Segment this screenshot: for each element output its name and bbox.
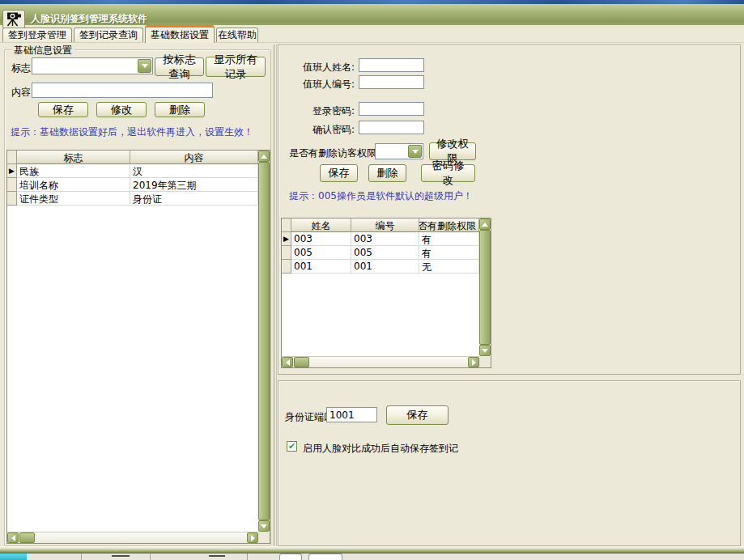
button-label: 显示所有记录 bbox=[211, 53, 260, 82]
table-row[interactable]: ▶ 003 003 有 bbox=[282, 232, 479, 246]
column-header-name[interactable]: 姓名 bbox=[291, 218, 351, 232]
content-input[interactable] bbox=[32, 83, 213, 98]
cell-content[interactable]: 汉 bbox=[130, 164, 258, 178]
taskbar-start-button[interactable] bbox=[0, 554, 27, 560]
scroll-up-button[interactable] bbox=[258, 151, 270, 162]
cell-code[interactable]: 003 bbox=[351, 232, 419, 246]
change-password-button[interactable]: 密码修改 bbox=[421, 164, 475, 182]
base-modify-button[interactable]: 修改 bbox=[96, 102, 147, 117]
port-save-button[interactable]: 保存 bbox=[386, 405, 449, 425]
horizontal-scrollbar-thumb[interactable] bbox=[294, 357, 309, 367]
tab-signin-login-management[interactable]: 签到登录管理 bbox=[2, 28, 72, 42]
tab-signin-record-query[interactable]: 签到记录查询 bbox=[74, 28, 143, 42]
header-corner-cell bbox=[282, 218, 291, 232]
arrow-right-icon bbox=[251, 535, 255, 541]
cell-tag[interactable]: 证件类型 bbox=[17, 192, 130, 206]
tag-label: 标志 bbox=[11, 62, 31, 75]
tag-combobox-dropdown-button[interactable] bbox=[138, 59, 151, 73]
login-password-input[interactable] bbox=[359, 102, 424, 116]
scroll-left-button[interactable] bbox=[282, 357, 293, 367]
cell-content[interactable]: 2019年第三期 bbox=[130, 178, 258, 192]
cell-permission[interactable]: 有 bbox=[419, 232, 479, 246]
auto-save-checkbox-label[interactable]: 启用人脸对比成功后自动保存签到记 bbox=[303, 442, 458, 456]
button-label: 密码修改 bbox=[427, 159, 470, 188]
delete-permission-combobox[interactable] bbox=[375, 143, 423, 159]
scroll-left-button[interactable] bbox=[7, 532, 19, 543]
base-info-table: 标志 内容 ▶ 民族 汉 培训名称 2019年第三期 证件类型 身份证 bbox=[6, 150, 270, 544]
taskbar-button-text-fragment[interactable] bbox=[209, 555, 225, 557]
column-header-tag[interactable]: 标志 bbox=[17, 151, 130, 164]
operator-name-input[interactable] bbox=[359, 58, 424, 72]
table-row[interactable]: 001 001 无 bbox=[282, 260, 479, 274]
arrow-left-icon bbox=[286, 359, 290, 366]
vertical-scrollbar-thumb[interactable] bbox=[479, 230, 491, 345]
panel-splitter bbox=[276, 45, 277, 546]
taskbar-window-button[interactable] bbox=[279, 554, 302, 560]
cell-permission[interactable]: 有 bbox=[419, 246, 479, 260]
base-save-button[interactable]: 保存 bbox=[38, 102, 88, 117]
column-header-code[interactable]: 编号 bbox=[351, 218, 419, 232]
base-delete-button[interactable]: 删除 bbox=[155, 102, 205, 117]
cell-name[interactable]: 001 bbox=[291, 260, 351, 274]
chevron-down-icon bbox=[142, 64, 148, 68]
operator-code-input[interactable] bbox=[359, 75, 424, 89]
scroll-down-button[interactable] bbox=[479, 345, 491, 356]
cell-permission[interactable]: 无 bbox=[419, 260, 479, 274]
row-selector[interactable] bbox=[7, 178, 17, 192]
id-card-port-input[interactable] bbox=[326, 407, 377, 422]
horizontal-scrollbar[interactable] bbox=[282, 356, 479, 367]
taskbar-button-text-fragment[interactable] bbox=[112, 555, 130, 557]
query-by-tag-button[interactable]: 按标志查询 bbox=[155, 57, 204, 76]
tab-basic-data-settings[interactable]: 基础数据设置 bbox=[145, 25, 215, 43]
camera-tripod-icon bbox=[5, 11, 23, 27]
delete-permission-dropdown-button[interactable] bbox=[408, 145, 422, 158]
scroll-right-button[interactable] bbox=[468, 357, 479, 367]
row-selector[interactable] bbox=[7, 192, 17, 206]
horizontal-scrollbar[interactable] bbox=[7, 532, 258, 543]
row-selector[interactable] bbox=[282, 246, 291, 260]
table-row[interactable]: 培训名称 2019年第三期 bbox=[7, 178, 258, 192]
operator-delete-button[interactable]: 删除 bbox=[368, 164, 406, 182]
tag-combobox[interactable] bbox=[32, 57, 153, 74]
cell-tag[interactable]: 民族 bbox=[17, 164, 130, 178]
row-selector[interactable]: ▶ bbox=[282, 232, 291, 246]
row-selector[interactable] bbox=[282, 260, 291, 274]
tab-online-help[interactable]: 在线帮助 bbox=[216, 28, 258, 42]
arrow-up-icon bbox=[261, 155, 267, 159]
row-selector[interactable]: ▶ bbox=[7, 164, 17, 178]
confirm-password-label: 确认密码: bbox=[280, 123, 355, 137]
cell-code[interactable]: 005 bbox=[351, 246, 419, 260]
auto-save-checkbox[interactable]: ✔ bbox=[287, 441, 297, 452]
title-bar[interactable]: 人脸识别签到管理系统软件 bbox=[0, 4, 744, 25]
scroll-up-button[interactable] bbox=[479, 218, 491, 230]
base-info-hint: 提示：基础数据设置好后，退出软件再进入，设置生效！ bbox=[11, 125, 253, 139]
button-label: 按标志查询 bbox=[160, 53, 198, 82]
confirm-password-input[interactable] bbox=[359, 121, 424, 134]
cell-name[interactable]: 005 bbox=[291, 246, 351, 260]
tag-combobox-input[interactable] bbox=[33, 59, 141, 73]
table-row[interactable]: 证件类型 身份证 bbox=[7, 192, 258, 206]
cell-name[interactable]: 003 bbox=[291, 232, 351, 246]
column-header-permission[interactable]: 是否有删除权限 bbox=[419, 218, 479, 232]
delete-permission-combobox-input[interactable] bbox=[376, 145, 411, 158]
vertical-scrollbar[interactable] bbox=[258, 151, 270, 532]
arrow-down-icon bbox=[261, 524, 267, 528]
cell-tag[interactable]: 培训名称 bbox=[17, 178, 130, 192]
taskbar-strip bbox=[0, 554, 744, 560]
operator-save-button[interactable]: 保存 bbox=[320, 164, 358, 182]
scroll-right-button[interactable] bbox=[247, 532, 258, 543]
table-content: 标志 内容 ▶ 民族 汉 培训名称 2019年第三期 证件类型 身份证 bbox=[7, 151, 258, 532]
column-header-content[interactable]: 内容 bbox=[130, 151, 258, 164]
table-row[interactable]: 005 005 有 bbox=[282, 246, 479, 260]
table-row[interactable]: ▶ 民族 汉 bbox=[7, 164, 258, 178]
modify-permission-button[interactable]: 修改权限 bbox=[429, 142, 476, 160]
scroll-down-button[interactable] bbox=[258, 520, 270, 532]
content-label: 内容 bbox=[11, 86, 31, 100]
cell-code[interactable]: 001 bbox=[351, 260, 419, 274]
vertical-scrollbar[interactable] bbox=[479, 218, 491, 356]
horizontal-scrollbar-thumb[interactable] bbox=[19, 532, 35, 543]
cell-content[interactable]: 身份证 bbox=[130, 192, 258, 206]
show-all-records-button[interactable]: 显示所有记录 bbox=[206, 57, 266, 77]
vertical-scrollbar-thumb[interactable] bbox=[258, 162, 270, 520]
taskbar-window-button[interactable] bbox=[308, 554, 342, 560]
